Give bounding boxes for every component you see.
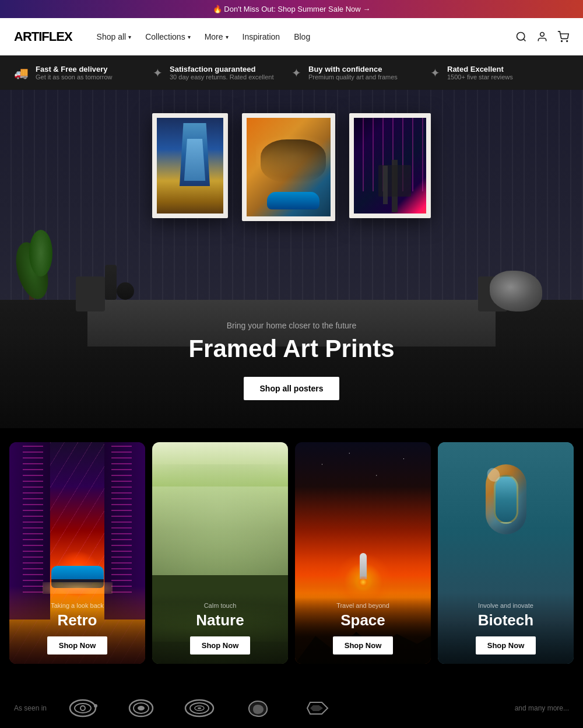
feature-satisfaction-title: Satisfaction guaranteed — [170, 65, 274, 74]
announcement-bar[interactable]: 🔥 Don't Miss Out: Shop Summer Sale Now → — [0, 0, 583, 18]
feature-bar: 🚚 Fast & Free delivery Get it as soon as… — [0, 55, 583, 90]
svg-point-1 — [540, 33, 545, 37]
space-stars — [295, 442, 431, 553]
feature-rated-sub: 1500+ five star reviews — [447, 74, 513, 80]
feature-confidence-sub: Premium quality art and frames — [308, 74, 398, 80]
brand-logo-5 — [298, 696, 333, 720]
painting-1 — [152, 113, 228, 218]
and-many-more: and many more... — [515, 704, 569, 712]
biotech-tag: Involve and inovate — [447, 602, 564, 609]
space-tag: Travel and beyond — [304, 602, 422, 609]
announcement-text: Don't Miss Out: Shop Summer Sale Now → — [224, 5, 370, 13]
nav-links: Shop all ▾ Collections ▾ More ▾ Inspirat… — [91, 27, 515, 46]
decor-lamp — [105, 265, 117, 300]
brand-logo-1 — [65, 696, 100, 720]
space-rocket — [360, 553, 367, 588]
navbar: ARTIFLEX Shop all ▾ Collections ▾ More ▾… — [0, 18, 583, 55]
biotech-shop-now-button[interactable]: Shop Now — [476, 636, 536, 654]
feature-delivery-title: Fast & Free delivery — [36, 65, 112, 74]
nature-cloud-layer — [152, 487, 288, 575]
svg-point-5 — [75, 704, 91, 713]
rated-icon: ✦ — [430, 66, 440, 80]
rock-right — [490, 271, 542, 312]
retro-headlight — [43, 582, 113, 594]
plant-left — [29, 253, 34, 300]
nav-icons — [515, 31, 569, 43]
svg-point-10 — [138, 706, 145, 710]
shop-all-posters-button[interactable]: Shop all posters — [244, 377, 340, 400]
paintings-row — [152, 113, 431, 221]
svg-point-3 — [567, 41, 568, 42]
categories-section: Taking a look back Retro Shop Now Calm t… — [0, 428, 583, 678]
as-seen-label: As seen in — [14, 704, 47, 712]
hero-content: Bring your home closer to the future Fra… — [188, 321, 394, 400]
brand-logo-2 — [124, 696, 159, 720]
space-shop-now-button[interactable]: Shop Now — [333, 636, 394, 654]
svg-point-6 — [80, 706, 85, 710]
nav-more[interactable]: More ▾ — [199, 27, 234, 46]
retro-tag: Taking a look back — [19, 602, 136, 609]
painting-2 — [242, 113, 335, 221]
hero-title: Framed Art Prints — [188, 335, 394, 363]
category-biotech[interactable]: Involve and inovate Biotech Shop Now — [438, 442, 574, 664]
feature-satisfaction: ✦ Satisfaction guaranteed 30 day easy re… — [153, 65, 292, 80]
search-button[interactable] — [515, 31, 527, 43]
nature-overlay: Calm touch Nature Shop Now — [152, 593, 288, 664]
retro-title: Retro — [19, 611, 136, 629]
feature-rated-title: Rated Excellent — [447, 65, 513, 74]
category-retro[interactable]: Taking a look back Retro Shop Now — [9, 442, 145, 664]
chevron-down-icon: ▾ — [128, 34, 131, 40]
biotech-title: Biotech — [447, 611, 564, 629]
svg-point-0 — [517, 33, 525, 40]
feature-satisfaction-sub: 30 day easy returns. Rated excellent — [170, 74, 274, 80]
brand-logo-4 — [240, 696, 275, 720]
biotech-capsule-inner — [494, 475, 518, 524]
svg-point-2 — [561, 41, 563, 42]
delivery-icon: 🚚 — [14, 66, 29, 80]
confidence-icon: ✦ — [292, 66, 301, 80]
painting-3 — [349, 113, 431, 218]
svg-point-4 — [70, 700, 96, 716]
satisfaction-icon: ✦ — [153, 66, 163, 80]
biotech-overlay: Involve and inovate Biotech Shop Now — [438, 593, 574, 664]
as-seen-in-section: As seen in — [0, 678, 583, 728]
hero-subtitle: Bring your home closer to the future — [188, 321, 394, 330]
hero-section: Bring your home closer to the future Fra… — [0, 90, 583, 428]
nature-title: Nature — [161, 611, 279, 629]
feature-rated: ✦ Rated Excellent 1500+ five star review… — [430, 65, 569, 80]
space-title: Space — [304, 611, 422, 629]
nav-shop-all[interactable]: Shop all ▾ — [91, 27, 138, 46]
biotech-capsule — [486, 464, 526, 534]
nav-inspiration[interactable]: Inspiration — [237, 27, 286, 46]
space-overlay: Travel and beyond Space Shop Now — [295, 593, 431, 664]
announcement-icon: 🔥 — [213, 5, 222, 13]
retro-overlay: Taking a look back Retro Shop Now — [9, 593, 145, 664]
chevron-down-icon: ▾ — [226, 34, 229, 40]
nature-tag: Calm touch — [161, 602, 279, 609]
retro-shop-now-button[interactable]: Shop Now — [47, 636, 108, 654]
nature-shop-now-button[interactable]: Shop Now — [190, 636, 251, 654]
feature-confidence: ✦ Buy with confidence Premium quality ar… — [292, 65, 430, 80]
category-space[interactable]: Travel and beyond Space Shop Now — [295, 442, 431, 664]
svg-point-14 — [198, 708, 201, 709]
brand-logos — [65, 696, 496, 720]
brand-logo-3 — [182, 696, 217, 720]
feature-confidence-title: Buy with confidence — [308, 65, 398, 74]
logo[interactable]: ARTIFLEX — [14, 29, 72, 44]
nav-collections[interactable]: Collections ▾ — [139, 27, 196, 46]
svg-point-7 — [94, 704, 97, 708]
decor-object — [117, 282, 134, 300]
nav-blog[interactable]: Blog — [288, 27, 316, 46]
feature-delivery: 🚚 Fast & Free delivery Get it as soon as… — [14, 65, 153, 80]
chevron-down-icon: ▾ — [188, 34, 191, 40]
feature-delivery-sub: Get it as soon as tomorrow — [36, 74, 112, 80]
cart-button[interactable] — [557, 31, 569, 43]
category-nature[interactable]: Calm touch Nature Shop Now — [152, 442, 288, 664]
account-button[interactable] — [536, 31, 548, 43]
